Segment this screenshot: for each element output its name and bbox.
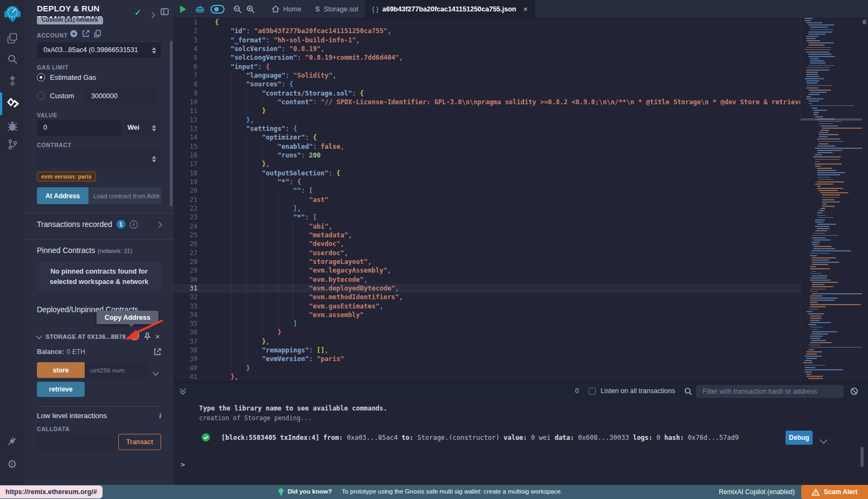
code-line[interactable]: 33 "evm.gasEstimates", (174, 302, 800, 311)
run-script-icon[interactable] (174, 0, 192, 18)
code-line[interactable]: 10 "content": "// SPDX-License-Identifie… (174, 98, 800, 106)
code-line[interactable]: 22 ], (174, 204, 800, 213)
zoom-in-icon[interactable] (244, 0, 257, 18)
minimap[interactable] (800, 18, 862, 382)
zoom-out-icon[interactable] (231, 0, 244, 18)
collapse-terminal-icon[interactable] (181, 387, 185, 394)
code-editor[interactable]: 1{2 "id": "a69b43f277ba20fcac141151250ca… (174, 18, 800, 382)
at-address-button[interactable]: At Address (37, 187, 88, 204)
tx-log-line[interactable]: [block:5583405 txIndex:4] from: 0xa03...… (221, 434, 739, 441)
value-unit-select[interactable]: Wei (121, 120, 161, 136)
code-line[interactable]: 11 } (174, 106, 800, 115)
deploy-run-icon[interactable] (0, 97, 24, 111)
code-line[interactable]: 26 "devdoc", (174, 239, 800, 248)
contract-select[interactable] (37, 150, 161, 168)
solidity-compiler-icon[interactable] (0, 75, 24, 87)
filter-input[interactable]: Filter with transaction hash or address (696, 385, 844, 398)
debugger-icon[interactable] (0, 121, 24, 131)
editor-scrollbar[interactable] (861, 18, 868, 382)
tx-expand-icon[interactable] (821, 434, 826, 445)
search-icon[interactable] (0, 54, 24, 65)
account-select[interactable]: 0xA03...85ac4 (0.39866531531 (37, 42, 161, 58)
plugin-manager-icon[interactable] (0, 436, 24, 447)
code-line[interactable]: 17 }, (174, 160, 800, 168)
calldata-input[interactable] (37, 434, 118, 450)
unit-stepper-icon[interactable] (152, 125, 156, 131)
code-line[interactable]: 28 "storageLayout", (174, 257, 800, 266)
terminal-scrollbar[interactable] (860, 447, 864, 467)
code-line[interactable]: 24 "abi", (174, 222, 800, 231)
remix-logo-icon[interactable] (0, 4, 24, 23)
edit-account-icon[interactable] (82, 30, 90, 37)
ai-assistant-icon[interactable] (192, 0, 207, 18)
store-button[interactable]: store (37, 362, 85, 378)
code-line[interactable]: 38 "remappings": [], (174, 346, 800, 355)
sidepanel-scrollbar[interactable] (170, 41, 173, 206)
add-account-icon[interactable] (70, 30, 78, 37)
git-icon[interactable] (0, 139, 24, 150)
custom-gas-radio[interactable] (37, 92, 45, 100)
tab-storage-sol[interactable]: S Storage.sol (308, 0, 365, 18)
contract-collapse-icon[interactable] (37, 331, 41, 340)
code-line[interactable]: 9 "contracts/Storage.sol": { (174, 89, 800, 98)
code-line[interactable]: 8 "sources": { (174, 80, 800, 89)
code-line[interactable]: 20 "": [ (174, 186, 800, 195)
code-line[interactable]: 40 } (174, 364, 800, 372)
terminal[interactable]: Type the library name to see available c… (174, 400, 868, 485)
terminal-search-icon[interactable] (684, 387, 692, 395)
code-line[interactable]: 41 }, (174, 372, 800, 381)
tab-build-info-json[interactable]: { } a69b43f277ba20fcac141151250ca755.jso… (365, 0, 535, 18)
value-input[interactable]: 0 (37, 120, 121, 136)
terminal-prompt[interactable]: > (181, 460, 185, 469)
listen-all-checkbox[interactable] (589, 388, 596, 395)
file-explorer-icon[interactable] (0, 33, 24, 44)
tab-home[interactable]: Home (265, 0, 308, 18)
settings-gear-icon[interactable]: ⚙ (0, 458, 24, 471)
code-line[interactable]: 7 "language": "Solidity", (174, 71, 800, 80)
code-line[interactable]: 23 "*": [ (174, 213, 800, 222)
code-line[interactable]: 19 "*": { (174, 178, 800, 186)
account-stepper-icon[interactable] (152, 47, 156, 54)
custom-gas-input[interactable]: 3000000 (85, 88, 157, 104)
code-line[interactable]: 36 } (174, 328, 800, 337)
code-line[interactable]: 34 "evm.assembly" (174, 311, 800, 319)
copilot-toggle-icon[interactable] (207, 0, 228, 18)
code-line[interactable]: 15 "enabled": false, (174, 142, 800, 151)
code-line[interactable]: 6 "input": { (174, 62, 800, 71)
code-line[interactable]: 39 "evmVersion": "paris" (174, 355, 800, 363)
copy-account-icon[interactable] (94, 30, 101, 37)
code-line[interactable]: 12 }, (174, 116, 800, 124)
panel-forward-icon[interactable] (150, 10, 154, 20)
code-line[interactable]: 35 ] (174, 319, 800, 328)
at-address-input[interactable]: Load contract from Addr (88, 187, 161, 204)
code-line[interactable]: 14 "optimizer": { (174, 133, 800, 142)
clear-console-icon[interactable] (850, 387, 858, 395)
edit-balance-icon[interactable] (154, 348, 161, 356)
close-tab-icon[interactable]: × (523, 5, 527, 14)
code-line[interactable]: 2 "id": "a69b43f277ba20fcac141151250ca75… (174, 27, 800, 35)
debug-button[interactable]: Debug (786, 431, 813, 445)
tx-info-icon[interactable]: i (130, 220, 138, 229)
code-line[interactable]: 3 "_format": "hh-sol-build-info-1", (174, 36, 800, 45)
transactions-recorded-row[interactable]: Transactions recorded 1 i (37, 219, 161, 229)
copilot-status[interactable]: RemixAI Copilot (enabled) (719, 488, 795, 496)
store-expand-icon[interactable] (154, 367, 158, 377)
pin-panel-icon[interactable] (161, 8, 169, 15)
estimated-gas-radio[interactable] (37, 73, 45, 81)
custom-gas-option[interactable]: Custom (37, 92, 74, 100)
code-line[interactable]: 27 "userdoc", (174, 249, 800, 257)
code-line[interactable]: 1{ (174, 18, 800, 27)
code-line[interactable]: 37 }, (174, 337, 800, 346)
code-line[interactable]: 29 "evm.legacyAssembly", (174, 266, 800, 275)
transact-button[interactable]: Transact (118, 434, 161, 450)
code-line[interactable]: 18 "outputSelection": { (174, 169, 800, 178)
scam-alert-button[interactable]: Scam Alert (801, 485, 868, 499)
code-line[interactable]: 13 "settings": { (174, 124, 800, 133)
code-line[interactable]: 25 "metadata", (174, 231, 800, 239)
estimated-gas-option[interactable]: Estimated Gas (37, 73, 96, 81)
low-level-info-icon[interactable]: i (159, 412, 161, 420)
code-line[interactable]: 4 "solcVersion": "0.8.19", (174, 45, 800, 53)
code-line[interactable]: 16 "runs": 200 (174, 151, 800, 160)
code-line[interactable]: 21 "ast" (174, 195, 800, 204)
code-line[interactable]: 32 "evm.methodIdentifiers", (174, 293, 800, 301)
